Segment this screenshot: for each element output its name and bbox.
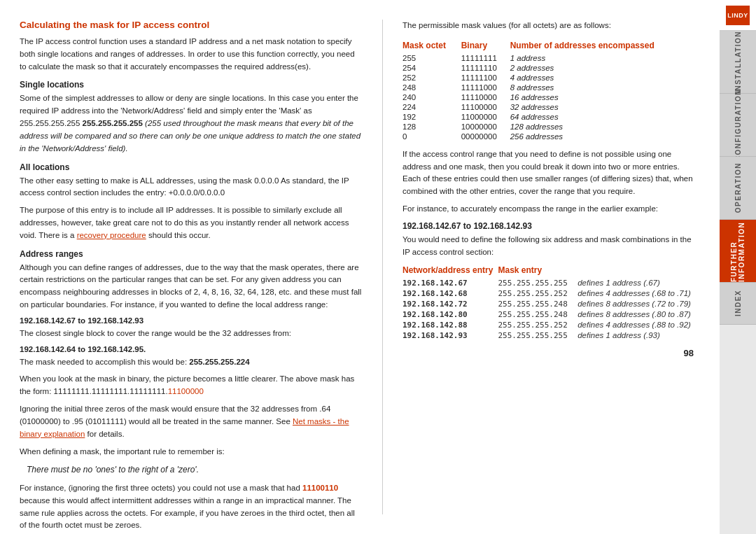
sidebar-tab-installation[interactable]: INSTALLATION [720, 31, 756, 94]
sidebar-tab-further-information[interactable]: FURTHER INFORMATION [720, 220, 756, 283]
sidebar-logo: LINDY [720, 0, 756, 31]
mask-entry-cell: 255.255.255.252 [498, 320, 572, 330]
address-ranges-heading: Address ranges [20, 249, 363, 259]
column-divider [382, 20, 383, 514]
explanation3: You would need to define the following s… [402, 234, 696, 259]
recovery-procedure-link[interactable]: recovery procedure [77, 231, 146, 239]
intro-paragraph: The IP access control function uses a st… [20, 36, 363, 73]
note-cell: defines 4 addresses (.88 to .92) [572, 320, 696, 330]
mask-octet-cell: 255 [402, 53, 461, 63]
network-table-row: 192.168.142.72255.255.255.248defines 8 a… [402, 299, 696, 309]
mask-entry-cell: 255.255.255.252 [498, 288, 572, 299]
mask-table: Mask octet Binary Number of addresses en… [402, 39, 696, 141]
mask-table-row: 254111111102 addresses [402, 63, 696, 73]
addresses-cell: 64 addresses [510, 112, 696, 122]
addresses-cell: 8 addresses [510, 83, 696, 92]
range2-bold: 192.168.142.64 to 192.168.142.95. [20, 345, 363, 353]
mask-table-row: 2401111000016 addresses [402, 92, 696, 102]
addresses-cell: 128 addresses [510, 122, 696, 132]
sidebar-tab-index[interactable]: INDEX [720, 283, 756, 325]
network-table-header-mask: Mask entry [498, 264, 572, 278]
sidebar-tabs: INSTALLATION CONFIGURATION OPERATION FUR… [720, 31, 756, 534]
mask-entry-cell: 255.255.255.248 [498, 309, 572, 320]
sidebar: LINDY INSTALLATION CONFIGURATION OPERATI… [720, 0, 756, 534]
binary-cell: 11111100 [461, 73, 510, 83]
network-table-row: 192.168.142.80255.255.255.248defines 8 a… [402, 309, 696, 320]
left-column: Calculating the mask for IP access contr… [20, 20, 363, 514]
mask-table-row: 1921100000064 addresses [402, 112, 696, 122]
mask-octet-cell: 224 [402, 102, 461, 112]
mask-entry-cell: 255.255.255.248 [498, 299, 572, 309]
binary-cell: 10000000 [461, 122, 510, 132]
all-locations-heading: All locations [20, 162, 363, 172]
addresses-cell: 32 addresses [510, 102, 696, 112]
address-ranges-text2: The closest single block to cover the ra… [20, 328, 363, 340]
mask-entry-cell: 255.255.255.255 [498, 330, 572, 341]
binary-suffix: 11100000 [168, 387, 204, 395]
mask-value: 255.255.255.224 [189, 358, 249, 366]
mask-octet-cell: 128 [402, 122, 461, 132]
lindy-logo-text: LINDY [726, 6, 750, 25]
sidebar-tab-configuration[interactable]: CONFIGURATION [720, 94, 756, 157]
binary-cell: 00000000 [461, 132, 510, 141]
main-content: Calculating the mask for IP access contr… [0, 0, 720, 534]
address-ranges-text3: The mask needed to accomplish this would… [20, 356, 363, 369]
binary-cell: 11111111 [461, 53, 510, 63]
ignoring-zeros-text: Ignoring the initial three zeros of the … [20, 403, 363, 440]
network-cell: 192.168.142.93 [402, 330, 498, 341]
mask-octet-cell: 252 [402, 73, 461, 83]
page-title: Calculating the mask for IP access contr… [20, 20, 363, 30]
sidebar-tab-operation-label: OPERATION [734, 162, 742, 213]
sidebar-tab-further-information-label: FURTHER INFORMATION [730, 220, 746, 282]
mask-table-header-addresses: Number of addresses encompassed [510, 39, 696, 53]
addresses-cell: 4 addresses [510, 73, 696, 83]
mask-table-header-binary: Binary [461, 39, 510, 53]
range-example: 192.168.142.67 to 192.168.142.93 [402, 221, 696, 231]
right-column: The permissible mask values (for all oct… [402, 20, 696, 514]
all-locations-text2: The purpose of this entry is to include … [20, 204, 363, 241]
note-cell: defines 4 addresses (.68 to .71) [572, 288, 696, 299]
network-table-row: 192.168.142.88255.255.255.252defines 4 a… [402, 320, 696, 330]
mask-octet-cell: 240 [402, 92, 461, 102]
note-cell: defines 1 address (.93) [572, 330, 696, 341]
addresses-cell: 16 addresses [510, 92, 696, 102]
network-table-header-note [572, 264, 696, 278]
addresses-cell: 256 addresses [510, 132, 696, 141]
addresses-cell: 2 addresses [510, 63, 696, 73]
binary-cell: 11111000 [461, 83, 510, 92]
range1-bold: 192.168.142.67 to 192.168.142.93 [20, 316, 363, 325]
binary-form-text: When you look at the mask in binary, the… [20, 373, 363, 398]
network-table-row: 192.168.142.93255.255.255.255defines 1 a… [402, 330, 696, 341]
mask-table-row: 248111110008 addresses [402, 83, 696, 92]
note-cell: defines 1 address (.67) [572, 278, 696, 288]
sidebar-tab-installation-label: INSTALLATION [734, 31, 742, 94]
sidebar-tab-configuration-label: CONFIGURATION [734, 89, 742, 161]
network-table-header-network: Network/address entry [402, 264, 498, 278]
single-locations-bold: 255.255.255.255 [83, 119, 143, 127]
permissible-intro: The permissible mask values (for all oct… [402, 20, 696, 32]
network-cell: 192.168.142.68 [402, 288, 498, 299]
sidebar-tab-index-label: INDEX [734, 290, 742, 316]
mask-rule-intro: When defining a mask, the important rule… [20, 446, 363, 458]
explanation2: For instance, to accurately encompass th… [402, 203, 696, 216]
mask-table-row: 252111111004 addresses [402, 73, 696, 83]
mask-octet-cell: 0 [402, 132, 461, 141]
bad-binary-text: For instance, (ignoring the first three … [20, 482, 363, 532]
network-cell: 192.168.142.67 [402, 278, 498, 288]
mask-table-header-octet: Mask octet [402, 39, 461, 53]
all-locations-text: The other easy setting to make is ALL ad… [20, 175, 363, 200]
addresses-cell: 1 address [510, 53, 696, 63]
mask-octet-cell: 248 [402, 83, 461, 92]
sidebar-tab-operation[interactable]: OPERATION [720, 157, 756, 220]
mask-table-row: 2241110000032 addresses [402, 102, 696, 112]
binary-cell: 11100000 [461, 102, 510, 112]
mask-table-row: 255111111111 address [402, 53, 696, 63]
mask-octet-cell: 192 [402, 112, 461, 122]
network-table-row: 192.168.142.67255.255.255.255defines 1 a… [402, 278, 696, 288]
network-cell: 192.168.142.80 [402, 309, 498, 320]
single-locations-heading: Single locations [20, 80, 363, 90]
single-locations-text: Some of the simplest addresses to allow … [20, 92, 363, 155]
address-ranges-text1: Although you can define ranges of addres… [20, 262, 363, 311]
mask-rule: There must be no 'ones' to the right of … [20, 463, 363, 477]
network-table-row: 192.168.142.68255.255.255.252defines 4 a… [402, 288, 696, 299]
